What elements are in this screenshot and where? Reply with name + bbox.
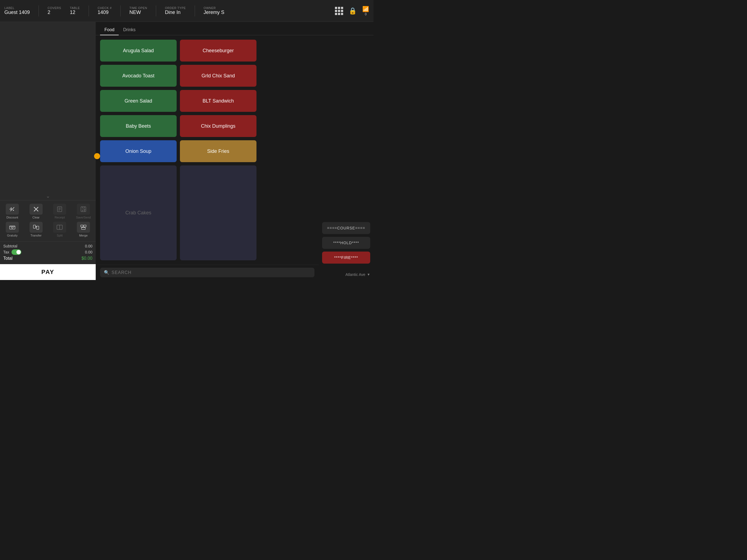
- header-divider-3: [120, 5, 121, 17]
- menu-btn-side-fries[interactable]: Side Fries: [180, 140, 256, 162]
- wifi-area: 📶 0: [362, 6, 369, 16]
- check-header: CHECK #: [98, 6, 111, 9]
- search-bar: 🔍: [96, 265, 319, 280]
- tax-toggle[interactable]: [11, 249, 21, 255]
- menu-btn-chix-dumplings[interactable]: Chix Dumplings: [180, 115, 256, 137]
- menu-btn-cheeseburger[interactable]: Cheeseburger: [180, 40, 256, 61]
- svg-rect-11: [9, 226, 15, 229]
- discount-icon: [6, 204, 19, 215]
- menu-btn-green-salad[interactable]: Green Salad: [100, 90, 177, 112]
- tab-food[interactable]: Food: [100, 25, 119, 35]
- header-label-group: LABEL Guest 1409: [4, 6, 30, 15]
- wifi-icon: 📶: [362, 6, 369, 12]
- location-bar[interactable]: Atlantic Ave ▼: [319, 269, 374, 280]
- split-icon: [53, 222, 66, 233]
- search-input[interactable]: [111, 270, 311, 275]
- menu-btn-empty: [180, 166, 256, 260]
- savesend-button[interactable]: Save/Send: [74, 204, 93, 219]
- wifi-count: 0: [365, 12, 367, 16]
- savesend-icon: [77, 204, 90, 215]
- owner-value: Jeremy S: [204, 9, 225, 15]
- transfer-icon: [29, 222, 43, 233]
- menu-btn-baby-beets[interactable]: Baby Beets: [100, 115, 177, 137]
- gratuity-label: Gratuity: [7, 234, 18, 237]
- receipt-button[interactable]: Receipt: [50, 204, 69, 219]
- totals-section: Subtotal 0.00 Tax 0.00 Total $0.00: [0, 241, 96, 264]
- subtotal-row: Subtotal 0.00: [3, 244, 93, 248]
- course-button[interactable]: ====COURSE====: [322, 222, 370, 234]
- check-value: 1409: [98, 9, 111, 15]
- receipt-icon: [53, 204, 66, 215]
- grid-icon[interactable]: [335, 7, 343, 15]
- action-row-1: Discount Clear: [3, 204, 93, 219]
- owner-header: OWNER: [204, 6, 225, 9]
- svg-rect-15: [36, 226, 39, 229]
- discount-button[interactable]: Discount: [3, 204, 22, 219]
- svg-point-1: [13, 210, 14, 211]
- merge-label: Merge: [79, 234, 87, 237]
- svg-point-12: [11, 227, 13, 228]
- ordertype-header: ORDER TYPE: [165, 6, 186, 9]
- svg-rect-20: [81, 228, 85, 229]
- clear-button[interactable]: Clear: [27, 204, 46, 219]
- transfer-button[interactable]: Transfer: [27, 222, 46, 237]
- ordertype-value[interactable]: Dine In: [165, 9, 186, 15]
- table-value: 12: [70, 9, 80, 15]
- svg-rect-10: [81, 207, 86, 212]
- far-right-panel: ====COURSE==== ****HOLD**** ****FIRE****: [319, 35, 374, 280]
- tabs: Food Drinks: [96, 22, 374, 35]
- svg-point-0: [11, 207, 12, 209]
- receipt-label: Receipt: [55, 216, 65, 219]
- menu-btn-grld-chix-sand[interactable]: Grld Chix Sand: [180, 65, 256, 87]
- savesend-label: Save/Send: [76, 216, 91, 219]
- menu-btn-crab-cakes: Crab Cakes: [100, 166, 177, 260]
- merge-button[interactable]: Merge: [74, 222, 93, 237]
- clear-icon: [29, 204, 43, 215]
- hold-button[interactable]: ****HOLD****: [322, 237, 370, 249]
- transfer-label: Transfer: [30, 234, 42, 237]
- header: LABEL Guest 1409 COVERS 2 TABLE 12 CHECK…: [0, 0, 374, 22]
- right-panel: Food Drinks Arugula Salad Cheeseburger A…: [96, 22, 374, 280]
- menu-btn-arugula-salad[interactable]: Arugula Salad: [100, 40, 177, 61]
- svg-rect-18: [81, 225, 83, 227]
- location-chevron: ▼: [367, 273, 370, 276]
- search-icon: 🔍: [104, 270, 109, 275]
- header-ordertype-group: ORDER TYPE Dine In: [165, 6, 186, 15]
- svg-rect-3: [9, 209, 12, 210]
- header-owner-group: OWNER Jeremy S: [204, 6, 225, 15]
- subtotal-value: 0.00: [85, 244, 93, 248]
- header-divider-2: [88, 5, 89, 17]
- header-covers-group: COVERS 2: [48, 6, 61, 15]
- tax-row: Tax 0.00: [3, 249, 93, 255]
- tab-drinks[interactable]: Drinks: [119, 25, 140, 35]
- content-area: Arugula Salad Cheeseburger Avocado Toast…: [96, 35, 374, 280]
- action-row-2: Gratuity Transfer: [3, 222, 93, 237]
- label-header: LABEL: [4, 6, 30, 9]
- total-row: Total $0.00: [3, 256, 93, 261]
- menu-grid: Arugula Salad Cheeseburger Avocado Toast…: [96, 35, 319, 265]
- fire-button[interactable]: ****FIRE****: [322, 252, 370, 263]
- gratuity-button[interactable]: Gratuity: [3, 222, 22, 237]
- header-table-group: TABLE 12: [70, 6, 80, 15]
- covers-value: 2: [48, 9, 61, 15]
- menu-btn-blt-sandwich[interactable]: BLT Sandwich: [180, 90, 256, 112]
- time-value: NEW: [129, 9, 147, 15]
- action-buttons: Discount Clear: [0, 200, 96, 241]
- order-area: [0, 22, 96, 192]
- discount-label: Discount: [6, 216, 18, 219]
- gratuity-icon: [6, 222, 19, 233]
- table-header: TABLE: [70, 6, 80, 9]
- header-check-group: CHECK # 1409: [98, 6, 111, 15]
- pay-button[interactable]: PAY: [0, 264, 96, 280]
- split-button[interactable]: Split: [50, 222, 69, 237]
- menu-btn-onion-soup[interactable]: Onion Soup: [100, 140, 177, 162]
- lock-icon[interactable]: 🔒: [349, 7, 357, 15]
- menu-btn-avocado-toast[interactable]: Avocado Toast: [100, 65, 177, 87]
- total-label: Total: [3, 256, 12, 261]
- search-input-wrap[interactable]: 🔍: [100, 268, 314, 277]
- tax-label: Tax: [3, 250, 9, 254]
- header-divider-1: [38, 5, 39, 17]
- subtotal-label: Subtotal: [3, 244, 17, 248]
- svg-rect-19: [84, 225, 86, 227]
- orange-indicator: [94, 153, 100, 159]
